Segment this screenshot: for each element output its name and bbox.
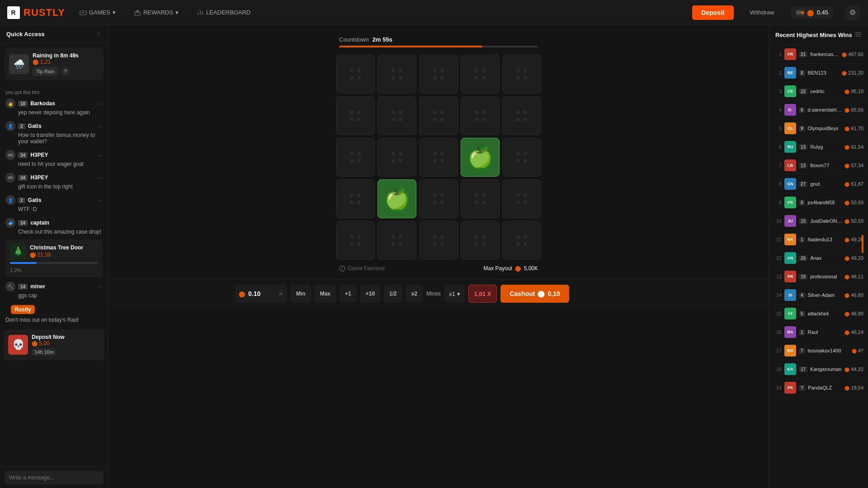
leaderboard-menu-icon[interactable] bbox=[854, 31, 862, 39]
cell-dots bbox=[467, 186, 493, 211]
bet-clear-icon[interactable]: ✕ bbox=[278, 290, 283, 297]
x2-button[interactable]: x2 bbox=[406, 285, 423, 303]
min-button[interactable]: Min bbox=[291, 285, 311, 303]
mine-cell[interactable] bbox=[377, 221, 416, 260]
mine-cell[interactable] bbox=[419, 96, 458, 135]
cell-dots bbox=[384, 61, 410, 87]
game-area: Countdown 2m 55s 🍏🍏 Game Fairness Max Pa… bbox=[108, 25, 769, 488]
max-payout: Max Payout ⬤ 5,00K bbox=[484, 265, 538, 272]
logo[interactable]: R RUSTLY bbox=[7, 6, 65, 19]
avatar: 🧢 bbox=[5, 218, 15, 228]
lb-coin-icon: ⬤ bbox=[844, 293, 849, 298]
mine-cell[interactable] bbox=[502, 55, 541, 94]
leaderboard-row: 9 PS 8 ps4bandit56 ⬤ 50,50 bbox=[769, 193, 868, 212]
cell-dot bbox=[440, 69, 444, 72]
deposit-button[interactable]: Deposit bbox=[692, 5, 733, 20]
cell-dots bbox=[509, 61, 534, 87]
mine-cell[interactable] bbox=[377, 55, 416, 94]
mine-cell[interactable] bbox=[502, 138, 541, 177]
chat-input[interactable] bbox=[5, 471, 104, 484]
cell-dot bbox=[399, 69, 402, 72]
mine-cell[interactable] bbox=[336, 179, 375, 218]
cashout-button[interactable]: Cashout ⬤ 0,10 bbox=[500, 285, 569, 303]
mine-cell[interactable] bbox=[419, 221, 458, 260]
mine-cell[interactable]: 🍏 bbox=[377, 179, 416, 218]
mine-cell[interactable] bbox=[336, 96, 375, 135]
mine-cell[interactable] bbox=[377, 96, 416, 135]
games-nav-btn[interactable]: GAMES ▾ bbox=[76, 7, 119, 18]
mine-cell[interactable] bbox=[502, 221, 541, 260]
cell-dot bbox=[392, 117, 395, 121]
mine-cell[interactable] bbox=[502, 179, 541, 218]
lb-avatar: AT bbox=[784, 308, 796, 319]
lb-level: 1 bbox=[799, 237, 805, 243]
mine-cell[interactable] bbox=[377, 138, 416, 177]
mine-cell[interactable] bbox=[461, 179, 500, 218]
chat-more-icon[interactable]: ··· bbox=[97, 174, 103, 181]
chat-more-icon[interactable]: ··· bbox=[97, 100, 103, 107]
svg-point-4 bbox=[801, 11, 804, 14]
chat-more-icon[interactable]: ··· bbox=[97, 197, 103, 204]
cell-dot bbox=[516, 69, 520, 72]
lb-avatar: BE bbox=[784, 67, 796, 79]
rain-card: 🌧️ Raining in 8m 49s ⬤ 1,21 Tip Rain ? bbox=[5, 48, 104, 80]
mine-cell[interactable]: 🍏 bbox=[461, 138, 500, 177]
chat-more-icon[interactable]: ··· bbox=[97, 283, 103, 290]
lb-avatar: PR bbox=[784, 271, 796, 282]
lb-level: 26 bbox=[799, 255, 807, 261]
chat-more-icon[interactable]: ··· bbox=[97, 122, 103, 130]
lb-avatar: BO bbox=[784, 345, 796, 357]
bet-input[interactable] bbox=[248, 290, 275, 297]
cell-dots bbox=[343, 61, 368, 87]
plus10-button[interactable]: +10 bbox=[360, 285, 380, 303]
lb-avatar: PS bbox=[784, 197, 796, 208]
mine-cell[interactable] bbox=[461, 55, 500, 94]
leaderboard-nav-btn[interactable]: LEADERBOARD bbox=[193, 7, 254, 18]
cell-dot bbox=[475, 110, 478, 114]
context-text: you got this bro bbox=[0, 88, 108, 96]
cell-dot bbox=[350, 69, 354, 72]
cell-dot bbox=[433, 193, 437, 197]
games-label: GAMES bbox=[89, 9, 110, 16]
max-button[interactable]: Max bbox=[315, 285, 336, 303]
lb-coin-icon: ⬤ bbox=[844, 145, 849, 150]
lb-username: Kangarouman bbox=[810, 366, 842, 372]
lb-avatar: JU bbox=[784, 215, 796, 227]
lb-username: Anax bbox=[810, 255, 842, 261]
game-fairness-button[interactable]: Game Fairness bbox=[339, 265, 385, 272]
rewards-nav-btn[interactable]: REWARDS ▾ bbox=[130, 7, 182, 18]
mine-cell[interactable] bbox=[461, 221, 500, 260]
cell-dot bbox=[440, 76, 444, 80]
leaderboard-row: 6 RU 13 Rulyg ⬤ 61,54 bbox=[769, 138, 868, 156]
cell-dots bbox=[509, 228, 534, 253]
cell-dot bbox=[433, 110, 437, 114]
plus1-button[interactable]: +1 bbox=[340, 285, 357, 303]
chat-more-icon[interactable]: ··· bbox=[97, 151, 103, 159]
mine-cell[interactable] bbox=[419, 179, 458, 218]
cell-dot bbox=[399, 76, 402, 80]
cell-dots bbox=[384, 145, 410, 170]
games-chevron-icon: ▾ bbox=[113, 9, 116, 16]
tip-rain-button[interactable]: Tip Rain bbox=[33, 67, 58, 76]
chat-text: Check out this amazing case drop! bbox=[5, 229, 103, 235]
mine-cell[interactable] bbox=[502, 96, 541, 135]
rain-coin-icon: ⬤ bbox=[33, 59, 38, 65]
mine-cell[interactable] bbox=[419, 55, 458, 94]
cell-dot bbox=[357, 193, 361, 197]
mine-cell[interactable] bbox=[336, 55, 375, 94]
mine-cell[interactable] bbox=[336, 221, 375, 260]
leaderboard-list: 1 FR 21 frankercasino ⬤ 467,60 2 BE 8 BE… bbox=[769, 45, 868, 488]
mines-select[interactable]: x1 ▾ bbox=[444, 285, 465, 303]
mine-cell[interactable] bbox=[419, 138, 458, 177]
lb-level: 8 bbox=[799, 200, 805, 206]
lb-amount: ⬤ 49,20 bbox=[844, 237, 863, 242]
quick-access-menu-icon[interactable]: ⋮ bbox=[96, 31, 102, 38]
lb-username: Raul bbox=[808, 329, 842, 335]
withdraw-button[interactable]: Withdraw bbox=[745, 9, 780, 16]
mine-cell[interactable] bbox=[461, 96, 500, 135]
rain-help-button[interactable]: ? bbox=[61, 67, 70, 76]
half-button[interactable]: 1/2 bbox=[384, 285, 402, 303]
balance-value: 0,45 bbox=[817, 9, 828, 16]
mine-cell[interactable] bbox=[336, 138, 375, 177]
profile-button[interactable]: ⚙ bbox=[844, 5, 861, 21]
